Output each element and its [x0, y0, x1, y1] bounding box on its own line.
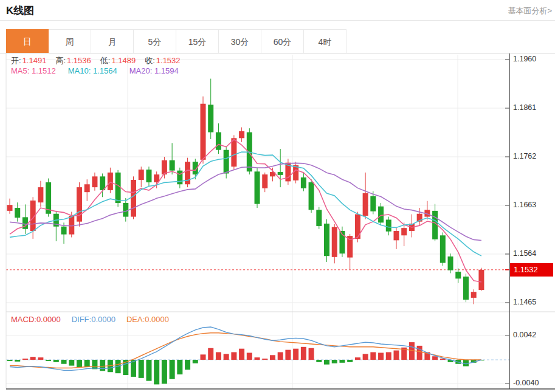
- high-label: 高:: [55, 56, 66, 65]
- period-tabbar: 日周月5分15分30分60分4时: [6, 29, 346, 53]
- fundamental-analysis-link[interactable]: 基本面分析>: [508, 5, 552, 16]
- ma20-label: MA20:: [129, 66, 153, 75]
- dea-label: DEA:: [126, 315, 145, 324]
- price-tick-label: 1.1564: [513, 249, 536, 258]
- price-tick-label: 1.1960: [513, 55, 536, 63]
- low-label: 低:: [100, 56, 111, 65]
- macd-tick-label: -0.0040: [513, 379, 539, 387]
- candles-layer: [7, 79, 484, 304]
- macd-label: MACD:: [11, 315, 36, 324]
- tab-period-4[interactable]: 15分: [176, 29, 219, 53]
- tab-period-0-active[interactable]: 日: [6, 29, 49, 53]
- tab-period-1[interactable]: 周: [49, 29, 91, 53]
- tab-period-5[interactable]: 30分: [219, 29, 261, 53]
- grid-layer: [6, 55, 555, 389]
- ma10-label: MA10:: [68, 66, 91, 75]
- macd-tick-label: 0.0042: [513, 331, 536, 339]
- diff-value: 0.0000: [91, 315, 115, 324]
- close-label: 收:: [145, 56, 155, 65]
- ma5-value: 1.1512: [32, 66, 56, 75]
- tab-period-2[interactable]: 月: [91, 29, 134, 53]
- close-value: 1.1532: [156, 56, 181, 65]
- price-tick-label: 1.1861: [513, 103, 536, 112]
- ma-readout: MA5: 1.1512 MA10: 1.1564 MA20: 1.1594: [11, 66, 179, 75]
- ma10-value: 1.1564: [93, 66, 117, 75]
- ohlc-readout: 开:1.1491 高:1.1536 低:1.1489 收:1.1532: [11, 55, 181, 66]
- ma20-value: 1.1594: [154, 66, 179, 75]
- macd-value: 0.0000: [36, 315, 61, 324]
- low-value: 1.1489: [111, 56, 136, 65]
- price-tick-label: 1.1465: [513, 298, 536, 306]
- price-tick-label: 1.1663: [513, 201, 536, 209]
- open-value: 1.1491: [22, 56, 47, 65]
- ma5-label: MA5:: [11, 66, 29, 75]
- high-value: 1.1536: [67, 56, 91, 65]
- page-title: K线图: [6, 4, 34, 18]
- title-divider: [0, 20, 555, 21]
- diff-label: DIFF:: [72, 315, 92, 324]
- tab-period-6[interactable]: 60分: [261, 29, 304, 53]
- chart-svg[interactable]: [0, 53, 555, 392]
- axis-layer: [6, 53, 555, 389]
- macd-readout: MACD:0.0000 DIFF:0.0000 DEA:0.0000: [11, 315, 169, 324]
- current-price-box: 1.1532: [510, 263, 553, 277]
- dea-value: 0.0000: [145, 315, 169, 324]
- tab-period-7[interactable]: 4时: [304, 29, 346, 53]
- price-tick-label: 1.1762: [513, 152, 536, 160]
- open-label: 开:: [11, 56, 21, 65]
- kline-page: K线图 基本面分析> 日周月5分15分30分60分4时 开:1.1491 高:1…: [0, 0, 555, 392]
- macd-histogram-layer: [7, 342, 484, 384]
- tab-period-3[interactable]: 5分: [134, 29, 176, 53]
